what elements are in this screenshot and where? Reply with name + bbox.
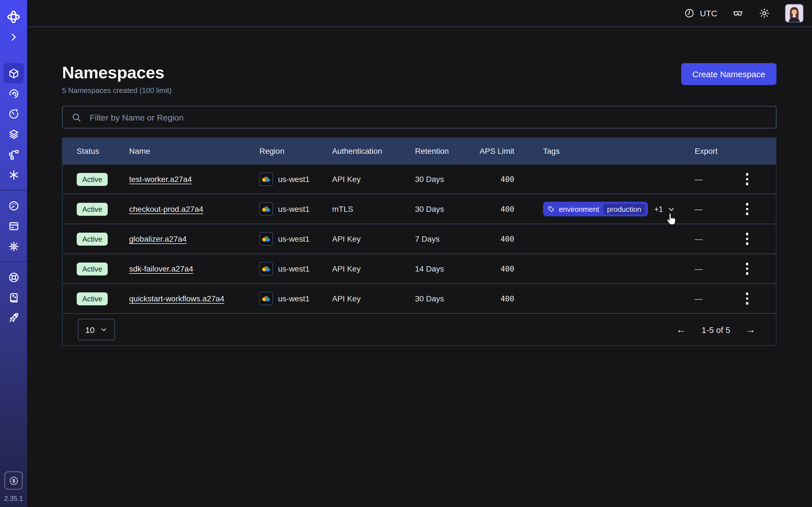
prev-page-button[interactable]: ← xyxy=(676,325,686,335)
col-retention: Retention xyxy=(401,147,466,156)
gear-icon xyxy=(8,240,19,252)
page-size-select[interactable]: 10 xyxy=(78,319,115,340)
table-row: Active globalizer.a27a4 us-west1 API Key… xyxy=(63,224,776,253)
status-badge: Active xyxy=(77,262,108,275)
row-menu-kebab[interactable] xyxy=(739,291,755,306)
region-label: us-west1 xyxy=(278,294,310,303)
book-sparkles-icon xyxy=(8,291,19,303)
sidebar-item-support[interactable] xyxy=(3,267,24,287)
page-subtitle: 5 Namespaces created (100 limit) xyxy=(62,86,172,95)
sidebar-item-deployments[interactable] xyxy=(3,124,24,144)
row-menu-kebab[interactable] xyxy=(739,201,755,217)
filter-bar xyxy=(62,106,776,128)
namespace-link[interactable]: globalizer.a27a4 xyxy=(129,234,187,243)
tags-cell: environment production +1 xyxy=(522,202,680,216)
auth-method: API Key xyxy=(318,234,401,243)
gcp-cloud-icon xyxy=(259,262,273,276)
row-menu-kebab[interactable] xyxy=(739,171,755,187)
namespace-link[interactable]: test-worker.a27a4 xyxy=(129,175,192,184)
user-avatar[interactable] xyxy=(785,4,804,22)
auth-method: API Key xyxy=(318,264,401,273)
filter-input[interactable] xyxy=(89,112,776,122)
topbar: UTC xyxy=(27,0,812,27)
expand-sidebar-chevron-icon[interactable] xyxy=(3,27,24,47)
region-label: us-west1 xyxy=(278,175,310,184)
row-menu-kebab[interactable] xyxy=(739,231,755,247)
sidebar-item-getting-started[interactable] xyxy=(3,307,24,328)
gcp-cloud-icon xyxy=(259,172,273,186)
timezone-label: UTC xyxy=(700,8,717,18)
branch-icon xyxy=(8,149,19,160)
pricing-dollar-button[interactable]: $ xyxy=(4,471,22,490)
sidebar-item-nexus[interactable] xyxy=(3,144,24,165)
page-title: Namespaces xyxy=(62,63,172,82)
retention: 30 Days xyxy=(401,175,466,184)
namespaces-table: Status Name Region Authentication Retent… xyxy=(62,137,776,346)
status-badge: Active xyxy=(77,232,108,245)
sidebar-item-usage[interactable] xyxy=(3,195,24,216)
table-row: Active sdk-failover.a27a4 us-west1 API K… xyxy=(63,253,776,283)
col-region: Region xyxy=(245,147,318,156)
tag-value: production xyxy=(603,204,645,214)
reader-mode-button[interactable] xyxy=(732,7,744,19)
retention: 30 Days xyxy=(401,205,466,214)
export-value: — xyxy=(680,234,733,243)
aps-limit: 400 xyxy=(466,175,522,184)
table-pagination: 10 ← 1-5 of 5 → xyxy=(63,313,776,345)
export-value: — xyxy=(680,264,733,273)
status-badge: Active xyxy=(77,292,108,305)
tag-chip[interactable]: environment production xyxy=(543,202,648,216)
sidebar: $ 2.35.1 xyxy=(0,0,27,507)
sidebar-item-namespaces[interactable] xyxy=(3,63,24,83)
app-window: $ 2.35.1 UTC xyxy=(0,0,812,507)
tag-key: environment xyxy=(559,205,599,213)
dollar-badge-icon: $ xyxy=(8,475,19,486)
status-badge: Active xyxy=(77,173,108,186)
col-export: Export xyxy=(680,147,733,156)
auth-method: mTLS xyxy=(318,205,401,214)
temporal-logo xyxy=(3,7,24,27)
row-menu-kebab[interactable] xyxy=(739,261,755,277)
sidebar-divider xyxy=(0,262,27,262)
namespace-link[interactable]: quickstart-workflows.a27a4 xyxy=(129,294,224,303)
sidebar-item-workflows[interactable] xyxy=(3,83,24,104)
region-label: us-west1 xyxy=(278,234,310,243)
table-row: Active quickstart-workflows.a27a4 us-wes… xyxy=(63,283,776,313)
page-range-label: 1-5 of 5 xyxy=(702,325,730,334)
clock-icon xyxy=(684,8,695,18)
expand-tags-chevron-icon[interactable] xyxy=(667,205,675,213)
sidebar-item-docs[interactable] xyxy=(3,287,24,307)
sidebar-item-schedules[interactable] xyxy=(3,104,24,124)
asterisk-icon xyxy=(8,169,19,180)
namespace-link[interactable]: sdk-failover.a27a4 xyxy=(129,264,193,273)
region-label: us-west1 xyxy=(278,264,310,273)
cube-icon xyxy=(8,67,19,79)
timezone-selector[interactable]: UTC xyxy=(684,8,717,18)
aps-limit: 400 xyxy=(466,294,522,303)
next-page-button[interactable]: → xyxy=(746,325,756,335)
svg-text:$: $ xyxy=(12,478,15,483)
layers-icon xyxy=(8,128,19,140)
col-aps-limit: APS Limit xyxy=(466,147,522,156)
sun-icon xyxy=(758,7,770,19)
region-label: us-west1 xyxy=(278,205,310,214)
namespace-link[interactable]: checkout-prod.a27a4 xyxy=(129,205,203,214)
sidebar-divider xyxy=(0,190,27,190)
more-tags-count: +1 xyxy=(654,205,663,213)
app-version: 2.35.1 xyxy=(4,495,23,503)
gcp-cloud-icon xyxy=(259,232,273,245)
auth-method: API Key xyxy=(318,175,401,184)
export-value: — xyxy=(680,205,733,214)
timer-icon xyxy=(8,108,19,120)
create-namespace-button[interactable]: Create Namespace xyxy=(681,63,776,85)
theme-toggle-button[interactable] xyxy=(758,7,770,19)
sidebar-item-settings[interactable] xyxy=(3,236,24,256)
aps-limit: 400 xyxy=(466,234,522,243)
export-value: — xyxy=(680,294,733,303)
search-icon xyxy=(71,112,82,122)
tag-icon xyxy=(548,205,555,213)
sidebar-item-billing[interactable] xyxy=(3,216,24,236)
sidebar-item-batch-operations[interactable] xyxy=(3,165,24,185)
status-badge: Active xyxy=(77,203,108,216)
lifebuoy-icon xyxy=(8,271,19,283)
